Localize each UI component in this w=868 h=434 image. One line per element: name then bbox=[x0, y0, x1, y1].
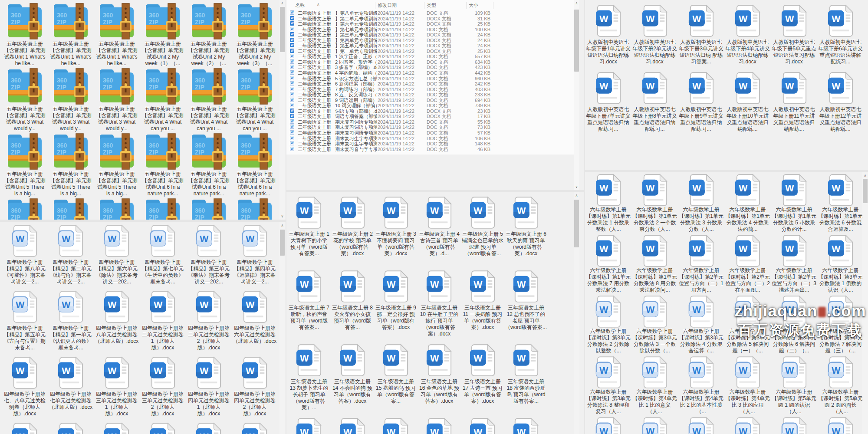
file-icon-item[interactable]: W bbox=[771, 417, 817, 434]
file-icon-item[interactable]: 360 ZIP 五年级英语上册【含音频】单元测试卷Unit 4 What can… bbox=[186, 68, 232, 132]
file-icon-item[interactable]: 360 ZIP 五年级英语上册【含音频】单元测试卷Unit 1 What's h… bbox=[48, 3, 94, 67]
scrollbar-middle-bottom[interactable]: ∧ bbox=[574, 192, 579, 434]
file-list-row[interactable]: W 二年级语文上册 期末复习生字专项测评... 2024/11/19 14:22… bbox=[286, 141, 573, 147]
file-list-row[interactable]: W 二年级语文上册 】第三单元专项训练：... 2024/11/19 14:22… bbox=[286, 32, 573, 38]
file-icon-item[interactable]: W 六年级数学上册【课时练】第4单元 比 3 比的应用（人... bbox=[724, 356, 771, 415]
file-icon-item[interactable]: W 六年级数学上册【课时练】第5单元 圆 2 圆的周长（人... bbox=[817, 356, 864, 415]
file-icon-item[interactable]: W 四年级数学上册第七单元过关检测卷（北师大版）.docx bbox=[48, 356, 94, 411]
file-icon-item[interactable]: W 三年级语文上册 6 秋天的雨 预习单（word版有答案）.docx bbox=[504, 196, 548, 257]
file-icon-item[interactable]: 360 ZIP 五年级英语上册【含音频】单元测试卷Unit 1 What's h… bbox=[2, 3, 48, 67]
scrollbar-thumb[interactable] bbox=[574, 10, 579, 72]
file-icon-item[interactable]: W bbox=[461, 418, 504, 434]
file-icon-item[interactable]: 360 ZIP 五年级英语上册【含音频】单元测试卷Unit 6 In a nat… bbox=[232, 133, 278, 197]
scrollbar-thumb[interactable] bbox=[280, 230, 285, 256]
file-icon-item[interactable]: W bbox=[331, 418, 374, 434]
file-icon-item[interactable]: W 三年级语文上册 16 金色的草地 预习单（word版有答案）.docx bbox=[418, 344, 461, 404]
file-icon-item[interactable]: W 六年级数学上册【课时练】第1单元 分数乘法 2 一个数乘分数（人... bbox=[631, 174, 678, 233]
file-icon-item[interactable]: W 人教版初中英语七年级下册5单元重点短语语法复习配练习.docx bbox=[771, 4, 817, 65]
file-icon-item[interactable]: W 六年级数学上册【课时练】第5单元 圆 1 圆的认识（人... bbox=[771, 356, 817, 415]
file-icon-item[interactable]: W bbox=[186, 422, 232, 434]
file-icon-item[interactable]: 360 ZIP bbox=[94, 198, 140, 220]
file-icon-item[interactable]: W 四年级数学上册第二单元过关检测卷2（北师大版）.docx bbox=[186, 290, 232, 351]
file-icon-item[interactable]: W 六年级数学上册【课时练】第2单元 位置与方向（二）2 在平面图... bbox=[724, 234, 771, 293]
file-list-row[interactable]: W 二年级语文上册 期末复习音与字专项测... 2024/11/19 14:22… bbox=[286, 147, 573, 152]
file-icon-item[interactable]: W 四年级数学上册【精品】第六单元《除法》期末备考讲义—202... bbox=[94, 224, 140, 285]
file-icon-item[interactable]: W 人教版初中英语七年级下册1单元讲义短语语法归纳配练习.docx bbox=[585, 4, 631, 65]
file-icon-item[interactable]: W 四年级数学上册第四单元过关检测卷2（北师大版）.docx bbox=[232, 356, 278, 417]
scrollbar-left-top[interactable]: ∧ ∨ bbox=[279, 0, 285, 220]
file-icon-item[interactable]: 360 ZIP 五年级英语上册【含音频】单元测试卷Unit 5 There is… bbox=[48, 133, 94, 197]
file-icon-item[interactable]: W 六年级数学上册【课时练】第1单元 分数乘法 7 用分数乘法解决... bbox=[585, 234, 631, 293]
file-icon-item[interactable]: W 四年级数学上册第三单元过关检测卷1（北师大版）.docx bbox=[94, 356, 140, 417]
file-icon-item[interactable]: W 四年级数学上册第四单元过关检测卷1（北师大版）.docx bbox=[186, 356, 232, 417]
file-icon-item[interactable]: W 四年级数学上册【精品】第八单元《可能性》期末备考讲义—2... bbox=[2, 224, 48, 285]
file-icon-item[interactable]: W 三年级语文上册 8 卖火柴的小女孩 预习单（word版有答... bbox=[331, 270, 374, 331]
file-icon-item[interactable]: 360 ZIP 五年级英语上册【含音频】单元测试卷Unit 3 What wou… bbox=[2, 68, 48, 132]
scrollbar-left-bottom[interactable]: ∧ bbox=[279, 222, 285, 434]
file-icon-item[interactable]: W 六年级数学上册【课时练】第3单元 分数除法 1 倒数的认识（人... bbox=[817, 234, 864, 293]
file-icon-item[interactable]: W 六年级数学上册【课时练】第2单元 位置与方向（二）3 描述并画出... bbox=[771, 234, 817, 293]
file-icon-item[interactable]: W 人教版初中英语七年级下册11单元讲义重点短语语法归纳配练... bbox=[771, 72, 817, 132]
file-list-row[interactable]: W 二年级语文上册 期末复习生字专项测评... 2024/11/19 14:22… bbox=[286, 136, 573, 141]
file-icon-item[interactable]: W 三年级语文上册 4 古诗三首 预习单（word版有答案）.d... bbox=[418, 196, 461, 257]
file-list-row[interactable]: W 二年级语文上册 】第七单元专项训练：... 2024/11/19 14:22… bbox=[286, 27, 573, 33]
scroll-down-icon[interactable]: ∨ bbox=[574, 184, 579, 190]
scroll-up-icon[interactable]: ∧ bbox=[279, 0, 285, 6]
file-icon-item[interactable]: 360 ZIP 五年级英语上册【含音频】单元测试卷Unit 5 There is… bbox=[2, 133, 48, 197]
file-icon-item[interactable]: W 六年级数学上册【课时练】第4单元 比 1 比的意义（人... bbox=[631, 356, 678, 415]
scroll-down-icon[interactable]: ∨ bbox=[279, 214, 285, 219]
file-icon-item[interactable]: 360 ZIP bbox=[186, 198, 232, 220]
file-icon-item[interactable]: 360 ZIP 五年级英语上册【含音频】单元测试卷Unit 2 My week（… bbox=[232, 3, 278, 67]
file-icon-item[interactable]: W 三年级语文上册 1 大青树下的小学 预习单（word版有答案... bbox=[287, 196, 331, 257]
file-icon-item[interactable]: W 六年级数学上册【课时练】第3单元 分数除法 4 分数混合运算（... bbox=[678, 295, 724, 354]
file-icon-item[interactable]: W bbox=[817, 417, 864, 434]
scroll-up-icon[interactable]: ∧ bbox=[574, 0, 579, 6]
file-icon-item[interactable]: W 四年级数学上册【精品】第五单元《方向与位置》期末备考... bbox=[2, 290, 48, 351]
file-icon-item[interactable]: W bbox=[374, 418, 418, 434]
file-icon-item[interactable]: W 人教版初中英语七年级下册2单元讲义短语语法归纳配练习.docx bbox=[631, 4, 678, 65]
column-divider[interactable] bbox=[375, 2, 375, 9]
column-divider[interactable] bbox=[466, 2, 467, 9]
file-list-row[interactable]: W 二年级语文上册 】第五单元专项训练：... 2024/11/19 14:22… bbox=[286, 43, 573, 49]
file-list-row[interactable]: W 二年级语文上册 词语专项答案（部编）... 2024/11/19 14:22… bbox=[286, 114, 573, 119]
file-icon-item[interactable]: W 四年级数学上册第八单元过关检测卷（北师大版）.docx bbox=[94, 290, 140, 345]
file-list-row[interactable]: W 二年级语文上册 】第八单元专项训练：... 2024/11/19 14:22… bbox=[286, 10, 573, 16]
scroll-up-icon[interactable]: ∧ bbox=[862, 173, 868, 178]
file-list-row[interactable]: W 二年级语文上册 】第二单元专项训练：... 2024/11/19 14:22… bbox=[286, 16, 573, 22]
file-icon-item[interactable]: W bbox=[48, 422, 94, 434]
file-list-row[interactable]: W 二年级语文上册 7 构词练习（部编）.d... 2024/11/19 14:… bbox=[286, 87, 573, 92]
file-icon-item[interactable]: W 六年级数学上册【课时练】第1单元 分数乘法 4 分数乘法的简... bbox=[724, 174, 771, 233]
column-divider[interactable] bbox=[493, 2, 493, 9]
file-icon-item[interactable]: W bbox=[631, 417, 678, 434]
file-icon-item[interactable]: W 三年级语文上册 3 不懂就要问 预习单（word版有答案）.docx bbox=[374, 196, 418, 257]
file-list-row[interactable]: W 二年级语文上册 期末复习词语专项测评... 2024/11/19 14:22… bbox=[286, 125, 573, 130]
file-icon-item[interactable]: W 四年级数学上册【精品】第二单元《线与角》期末备考讲义—2... bbox=[48, 224, 94, 285]
file-icon-item[interactable]: W 人教版初中英语七年级下册4单元讲义短语语法归纳配练习.docx bbox=[724, 4, 771, 65]
file-icon-item[interactable]: W 六年级数学上册【课时练】第3单元 分数除法 2 分数除以整数（... bbox=[585, 295, 631, 354]
scroll-up-icon[interactable]: ∧ bbox=[279, 223, 285, 228]
file-icon-item[interactable]: W 三年级语文上册 14 不会叫的狗 预习单（word版有答案）.docx bbox=[331, 344, 374, 404]
file-icon-item[interactable]: W 三年级语文上册 15 搭船的鸟 预习单（word版有答案... bbox=[374, 344, 418, 404]
file-icon-item[interactable]: W 三年级语文上册 13 胡萝卜先生的长胡子 预习单（word版有答案）... bbox=[287, 344, 331, 411]
file-list-row[interactable]: W 二年级语文上册 9 词语运用（部编）.d... 2024/11/19 14:… bbox=[286, 98, 573, 103]
file-list-row[interactable]: W 二年级语文上册 】第一单元专项训练：... 2024/11/19 14:22… bbox=[286, 49, 573, 54]
file-icon-item[interactable]: 360 ZIP 五年级英语上册【含音频】单元测试卷Unit 3 What wou… bbox=[94, 68, 140, 132]
file-list-row[interactable]: W 二年级语文上册 3 多音字（部编）.doc 2024/11/19 14:22… bbox=[286, 65, 573, 70]
file-icon-item[interactable]: W 四年级数学上册【精品】第一单元《认识更大的数》期末备考... bbox=[48, 290, 94, 351]
file-icon-item[interactable]: 360 ZIP bbox=[48, 198, 94, 220]
file-icon-item[interactable]: W 六年级数学上册【课时练】第2单元 位置与方向（二）1 用方向... bbox=[678, 234, 724, 293]
file-icon-item[interactable]: W 四年级数学上册【精品】第三单元《乘法》期末备考讲义—202... bbox=[186, 224, 232, 285]
file-icon-item[interactable]: W 四年级数学上册第二单元过关检测卷1（北师大版）.docx bbox=[140, 290, 186, 351]
file-icon-item[interactable]: 360 ZIP bbox=[232, 198, 278, 220]
file-icon-item[interactable]: W 人教版初中英语七年级下册9单元讲义重点短语语法归纳配练习... bbox=[678, 72, 724, 132]
file-icon-item[interactable]: W bbox=[418, 418, 461, 434]
file-icon-item[interactable]: 360 ZIP 五年级英语上册【含音频】单元测试卷Unit 2 My week（… bbox=[186, 3, 232, 67]
file-icon-item[interactable]: W 三年级语文上册 9 那一定会很好 预习单（word版有答案）.docx bbox=[374, 270, 418, 331]
column-header-type[interactable]: 类型 bbox=[427, 2, 436, 9]
scrollbar-thumb[interactable] bbox=[280, 7, 285, 52]
file-icon-item[interactable]: W bbox=[678, 417, 724, 434]
file-icon-item[interactable]: W 三年级语文上册 17 古诗三首 预习单（word版有答案）.docx bbox=[461, 344, 504, 404]
file-icon-item[interactable]: W bbox=[287, 418, 331, 434]
file-icon-item[interactable]: W 三年级语文上册 7 听听，秋的声音 预习单（word版有答案... bbox=[287, 270, 331, 331]
file-icon-item[interactable]: W 四年级数学上册【精品】第七单元《生活中的负数》期末备考... bbox=[140, 224, 186, 285]
